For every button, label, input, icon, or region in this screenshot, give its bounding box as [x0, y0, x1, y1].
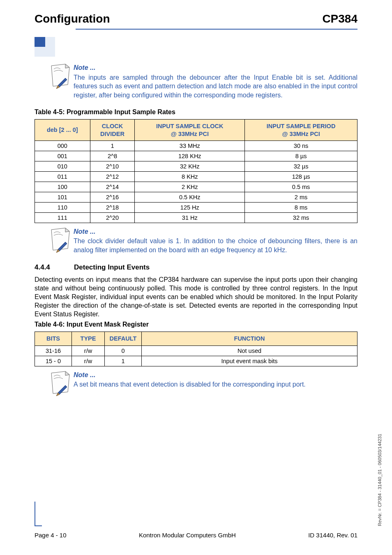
- note-block-3: Note ... A set bit means that event dete…: [49, 371, 357, 398]
- event-mask-table: BITSTYPEDEFAULTFUNCTION 31-16r/w0Not use…: [35, 332, 357, 366]
- note-heading: Note ...: [74, 371, 357, 380]
- table-cell: 31-16: [35, 345, 72, 356]
- table-cell: 001: [35, 151, 90, 161]
- table-caption-1: Table 4-5: Programmable Input Sample Rat…: [35, 108, 357, 116]
- table-cell: 125 Hz: [135, 202, 245, 212]
- table-row: 1012^160.5 KHz2 ms: [35, 192, 357, 202]
- table-cell: 30 ns: [245, 140, 357, 151]
- table-header: DEFAULT: [105, 332, 142, 345]
- table-cell: 0: [105, 345, 142, 356]
- svg-marker-5: [65, 371, 69, 375]
- header-left: Configuration: [35, 12, 110, 25]
- note-block-1: Note ... The inputs are sampled through …: [49, 63, 357, 99]
- table-header: INPUT SAMPLE CLOCK@ 33MHz PCI: [135, 120, 245, 140]
- table-caption-2: Table 4-6: Input Event Mask Register: [35, 321, 357, 328]
- note-block-2: Note ... The clock divider default value…: [49, 227, 357, 255]
- footer-right: ID 31440, Rev. 01: [308, 532, 357, 539]
- note-text: The inputs are sampled through the debou…: [74, 73, 357, 100]
- table-header: deb [2 ... 0]: [35, 120, 90, 140]
- note-text: The clock divider default value is 1. In…: [74, 237, 357, 254]
- table-cell: 100: [35, 182, 90, 192]
- table-cell: 8 KHz: [135, 171, 245, 182]
- table-cell: 8 µs: [245, 151, 357, 161]
- table-cell: 128 KHz: [135, 151, 245, 161]
- table-cell: 33 MHz: [135, 140, 245, 151]
- table-cell: 32 KHz: [135, 161, 245, 171]
- table-cell: 2^14: [90, 182, 135, 192]
- table-cell: 2 KHz: [135, 182, 245, 192]
- note-icon: [49, 63, 74, 99]
- table-cell: 32 ms: [245, 212, 357, 223]
- table-cell: 31 Hz: [135, 212, 245, 223]
- table-cell: 010: [35, 161, 90, 171]
- note-heading: Note ...: [74, 63, 357, 72]
- table-header: BITS: [35, 332, 72, 345]
- table-cell: 110: [35, 202, 90, 212]
- table-row: 0012^8128 KHz8 µs: [35, 151, 357, 161]
- section-title: Detecting Input Events: [74, 263, 150, 272]
- table-cell: 000: [35, 140, 90, 151]
- note-icon: [49, 227, 74, 255]
- table-row: 31-16r/w0Not used: [35, 345, 357, 356]
- table-cell: Not used: [142, 345, 357, 356]
- table-cell: 8 ms: [245, 202, 357, 212]
- page-header: Configuration CP384: [35, 12, 357, 27]
- table-cell: 2^16: [90, 192, 135, 202]
- table-cell: 2^12: [90, 171, 135, 182]
- table-row: 0102^1032 KHz32 µs: [35, 161, 357, 171]
- footer-center: Kontron Modular Computers GmbH: [139, 532, 236, 539]
- table-header: INPUT SAMPLE PERIOD@ 33MHz PCI: [245, 120, 357, 140]
- header-rule: [76, 29, 357, 30]
- section-number: 4.4.4: [35, 263, 63, 272]
- table-row: 1112^2031 Hz32 ms: [35, 212, 357, 223]
- table-row: 0112^128 KHz128 µs: [35, 171, 357, 182]
- section-heading: 4.4.4 Detecting Input Events: [35, 263, 357, 272]
- table-cell: 2^18: [90, 202, 135, 212]
- table-row: 1102^18125 Hz8 ms: [35, 202, 357, 212]
- table-row: 000133 MHz30 ns: [35, 140, 357, 151]
- table-row: 15 - 0r/w1Input event mask bits: [35, 356, 357, 366]
- note-heading: Note ...: [74, 227, 357, 236]
- table-header: TYPE: [72, 332, 105, 345]
- table-cell: 011: [35, 171, 90, 182]
- table-cell: r/w: [72, 356, 105, 366]
- footer-corner-rule: [35, 502, 42, 526]
- table-header: CLOCKDIVIDER: [90, 120, 135, 140]
- table-cell: 2^20: [90, 212, 135, 223]
- table-cell: 1: [105, 356, 142, 366]
- table-header: FUNCTION: [142, 332, 357, 345]
- table-cell: 2^8: [90, 151, 135, 161]
- table-cell: 0.5 KHz: [135, 192, 245, 202]
- sample-rates-table: deb [2 ... 0]CLOCKDIVIDERINPUT SAMPLE CL…: [35, 119, 357, 223]
- page-footer: Page 4 - 10 Kontron Modular Computers Gm…: [35, 532, 357, 539]
- note-icon: [49, 371, 74, 398]
- table-row: 1002^142 KHz0.5 ms: [35, 182, 357, 192]
- svg-marker-1: [65, 64, 69, 68]
- table-cell: Input event mask bits: [142, 356, 357, 366]
- table-cell: 1: [90, 140, 135, 151]
- table-cell: r/w: [72, 345, 105, 356]
- table-cell: 32 µs: [245, 161, 357, 171]
- table-cell: 2 ms: [245, 192, 357, 202]
- note-text: A set bit means that event detection is …: [74, 380, 357, 389]
- brand-logo: [35, 37, 357, 58]
- side-rev-text: RevNr. = CP384 - 31440_01 - 060503/14423…: [377, 434, 382, 526]
- table-cell: 2^10: [90, 161, 135, 171]
- header-right: CP384: [322, 12, 357, 25]
- table-cell: 128 µs: [245, 171, 357, 182]
- svg-marker-3: [65, 228, 69, 232]
- footer-left: Page 4 - 10: [35, 532, 67, 539]
- table-cell: 101: [35, 192, 90, 202]
- table-cell: 111: [35, 212, 90, 223]
- table-cell: 15 - 0: [35, 356, 72, 366]
- section-body: Detecting events on input means that the…: [35, 276, 357, 318]
- table-cell: 0.5 ms: [245, 182, 357, 192]
